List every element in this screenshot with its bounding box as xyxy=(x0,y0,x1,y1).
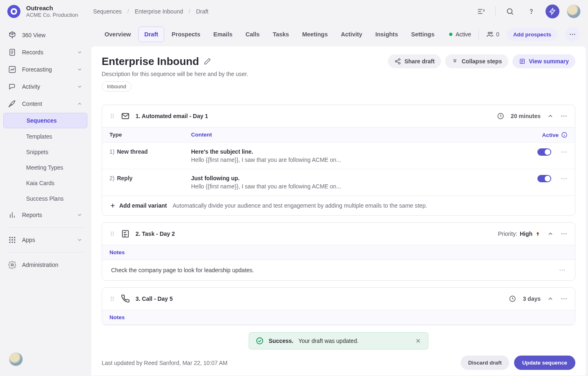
tab-settings[interactable]: Settings xyxy=(405,27,440,42)
tag-inbound[interactable]: Inbound xyxy=(102,81,131,92)
row-subject: Here's the subject line. xyxy=(191,148,523,155)
more-icon[interactable] xyxy=(560,112,568,120)
tab-calls[interactable]: Calls xyxy=(240,27,265,42)
toast-title: Success. xyxy=(269,338,294,344)
svg-point-52 xyxy=(562,270,563,271)
search-icon[interactable] xyxy=(503,4,517,18)
more-icon[interactable] xyxy=(560,295,568,302)
active-toggle[interactable] xyxy=(537,148,551,156)
sidebar-item-administration[interactable]: Administration xyxy=(3,257,87,273)
sidebar-item-reports[interactable]: Reports xyxy=(3,207,87,223)
sidebar-item-apps[interactable]: Apps xyxy=(3,232,87,248)
active-toggle[interactable] xyxy=(537,175,551,182)
more-icon[interactable] xyxy=(565,27,580,42)
svg-point-40 xyxy=(566,178,567,179)
content: Enterprise Inbound Share draft Collapse … xyxy=(91,46,586,376)
button-label: View summary xyxy=(529,58,569,65)
tab-emails[interactable]: Emails xyxy=(207,27,238,42)
svg-point-11 xyxy=(11,242,13,243)
tab-overview[interactable]: Overview xyxy=(99,27,137,42)
divider xyxy=(7,252,83,253)
drag-handle-icon[interactable] xyxy=(109,295,115,302)
svg-point-10 xyxy=(9,242,11,243)
col-content: Content xyxy=(191,132,523,138)
drag-handle-icon[interactable] xyxy=(109,112,115,120)
sidebar-item-content[interactable]: Content xyxy=(3,96,87,112)
sidebar-sub-kaia-cards[interactable]: Kaia Cards xyxy=(3,176,87,190)
chevron-up-icon[interactable] xyxy=(547,231,554,237)
sidebar-item-activity[interactable]: Activity xyxy=(3,78,87,95)
priority: Priority: High xyxy=(498,231,541,237)
org-name: ACME Co. Production xyxy=(26,12,87,18)
svg-point-0 xyxy=(507,9,512,13)
tab-draft[interactable]: Draft xyxy=(138,27,165,42)
col-active: Active xyxy=(523,132,568,138)
chat-icon xyxy=(8,83,16,91)
sidebar-sub-snippets[interactable]: Snippets xyxy=(3,145,87,159)
sidebar-item-records[interactable]: Records xyxy=(3,44,87,60)
add-prospects-button[interactable]: Add prospects xyxy=(507,28,558,41)
tab-tasks[interactable]: Tasks xyxy=(267,27,295,42)
tab-insights[interactable]: Insights xyxy=(370,27,404,42)
svg-point-33 xyxy=(566,116,567,117)
queue-icon[interactable] xyxy=(474,4,488,18)
svg-point-1 xyxy=(531,13,532,13)
status-dot-icon xyxy=(449,33,452,36)
pen-icon xyxy=(8,100,16,108)
info-icon[interactable] xyxy=(561,132,568,138)
svg-point-36 xyxy=(564,152,565,153)
tab-meetings[interactable]: Meetings xyxy=(296,27,334,42)
toast-success: Success. Your draft was updated. xyxy=(249,332,428,349)
add-variant-hint: Automatically divide your audience and t… xyxy=(173,202,427,209)
breadcrumb-enterprise[interactable]: Enterprise Inbound xyxy=(135,8,183,15)
outreach-logo xyxy=(7,5,20,18)
view-summary-button[interactable]: View summary xyxy=(512,54,575,68)
svg-point-55 xyxy=(113,297,114,298)
sidebar-item-360[interactable]: 360 View xyxy=(3,27,87,43)
discard-draft-button[interactable]: Discard draft xyxy=(461,356,509,370)
svg-point-57 xyxy=(113,298,114,299)
tab-activity[interactable]: Activity xyxy=(335,27,368,42)
more-icon[interactable] xyxy=(560,148,568,156)
divider xyxy=(495,6,496,17)
close-icon[interactable] xyxy=(415,338,421,344)
svg-point-14 xyxy=(488,32,490,34)
tab-prospects[interactable]: Prospects xyxy=(166,27,206,42)
task-icon xyxy=(121,229,130,238)
edit-icon[interactable] xyxy=(204,58,211,65)
breadcrumb-sep: / xyxy=(127,8,129,15)
update-sequence-button[interactable]: Update sequence xyxy=(514,356,575,370)
sidebar-label: 360 View xyxy=(22,32,45,38)
help-icon[interactable] xyxy=(524,4,538,18)
page-description: Description for this sequence will be he… xyxy=(102,71,575,77)
add-email-variant-button[interactable]: Add email variant xyxy=(109,202,167,209)
breadcrumb-sequences[interactable]: Sequences xyxy=(93,8,122,15)
sidebar-item-forecasting[interactable]: Forecasting xyxy=(3,61,87,78)
chevron-down-icon xyxy=(77,49,82,55)
user-avatar-small[interactable] xyxy=(9,352,23,366)
user-avatar[interactable] xyxy=(567,4,581,18)
chevron-up-icon[interactable] xyxy=(547,113,554,119)
chevron-up-icon[interactable] xyxy=(547,295,554,302)
more-icon[interactable] xyxy=(560,230,568,237)
zap-icon[interactable] xyxy=(546,4,559,18)
step-title: 3. Call - Day 5 xyxy=(136,295,173,302)
step-title: 2. Task - Day 2 xyxy=(136,231,175,237)
step-card-3: 3. Call - Day 5 3 days Notes xyxy=(102,287,575,325)
sidebar-sub-success-plans[interactable]: Success Plans xyxy=(3,191,87,206)
more-icon[interactable] xyxy=(560,175,568,182)
collapse-steps-button[interactable]: Collapse steps xyxy=(445,54,508,68)
people-number: 0 xyxy=(496,31,499,38)
list-icon xyxy=(519,58,526,65)
sidebar-sub-sequences[interactable]: Sequences xyxy=(3,113,87,128)
sidebar-sub-templates[interactable]: Templates xyxy=(3,129,87,144)
sidebar-footer xyxy=(3,347,87,372)
table-row[interactable]: 2)Reply Just following up. Hello {{first… xyxy=(102,169,575,195)
svg-point-13 xyxy=(11,264,13,266)
table-row[interactable]: 1)New thread Here's the subject line. He… xyxy=(102,143,575,169)
sidebar-sub-meeting-types[interactable]: Meeting Types xyxy=(3,160,87,175)
drag-handle-icon[interactable] xyxy=(109,230,115,237)
sidebar-label: Apps xyxy=(22,237,35,243)
share-draft-button[interactable]: Share draft xyxy=(388,54,441,68)
more-icon[interactable] xyxy=(559,266,566,274)
